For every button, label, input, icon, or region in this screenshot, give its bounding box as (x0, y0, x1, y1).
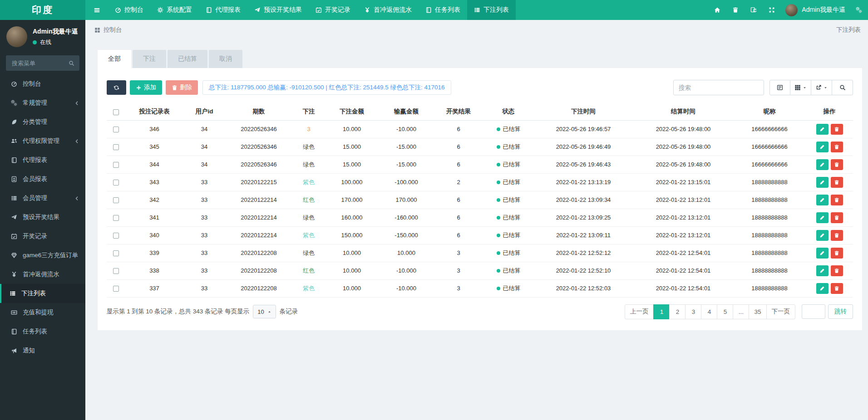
page-number-button[interactable]: 2 (669, 304, 686, 319)
row-checkbox[interactable] (113, 127, 119, 132)
sidebar-item[interactable]: 代理权限管理 (0, 132, 85, 151)
sidebar-search-input[interactable] (11, 59, 69, 67)
toggle-view-button[interactable] (769, 80, 790, 95)
top-nav-item[interactable]: 系统配置 (150, 0, 199, 20)
search-toggle-button[interactable] (832, 80, 853, 95)
add-button[interactable]: 添加 (130, 80, 162, 95)
sidebar-item[interactable]: 开奖记录 (0, 227, 85, 246)
edit-row-button[interactable] (816, 159, 829, 170)
top-nav-item[interactable]: 下注列表 (467, 0, 516, 20)
refresh-button[interactable] (107, 80, 126, 95)
top-nav-item[interactable]: 开奖记录 (309, 0, 357, 20)
jump-page-input[interactable] (802, 304, 825, 319)
top-nav-item[interactable]: 控制台 (108, 0, 150, 20)
column-header[interactable]: 下注金额 (325, 103, 379, 120)
navbar-action-button[interactable] (745, 0, 763, 20)
navbar-action-button[interactable] (708, 0, 726, 20)
sidebar-item[interactable]: 会员报表 (0, 170, 85, 189)
sidebar-item[interactable]: 常规管理 (0, 93, 85, 112)
row-checkbox[interactable] (113, 286, 119, 292)
sidebar-item[interactable]: 控制台 (0, 74, 85, 93)
column-header[interactable]: 输赢金额 (379, 103, 434, 120)
sidebar-item[interactable]: 预设开奖结果 (0, 208, 85, 227)
edit-row-button[interactable] (816, 142, 829, 152)
edit-row-button[interactable] (816, 248, 829, 259)
delete-row-button[interactable] (831, 159, 843, 170)
row-checkbox[interactable] (113, 197, 119, 203)
filter-tab[interactable]: 已结算 (168, 50, 207, 68)
sidebar-item[interactable]: 通知 (0, 341, 85, 360)
column-header[interactable]: 操作 (806, 103, 853, 120)
top-nav-item[interactable]: 首冲返佣流水 (357, 0, 419, 20)
column-header[interactable]: 用户id (184, 103, 225, 120)
delete-row-button[interactable] (831, 212, 843, 223)
breadcrumb-left[interactable]: 控制台 (104, 26, 122, 34)
top-nav-item[interactable]: 任务列表 (419, 0, 467, 20)
export-button[interactable] (811, 80, 832, 95)
delete-row-button[interactable] (831, 177, 843, 188)
page-number-button[interactable]: 3 (685, 304, 701, 319)
delete-button[interactable]: 删除 (166, 80, 198, 95)
edit-row-button[interactable] (816, 212, 829, 223)
filter-tab[interactable]: 取消 (209, 50, 242, 68)
top-nav-item[interactable]: 预设开奖结果 (247, 0, 309, 20)
jump-button[interactable]: 跳转 (828, 304, 853, 319)
column-header[interactable]: 期数 (225, 103, 293, 120)
table-search-input[interactable] (673, 80, 764, 95)
navbar-action-button[interactable] (763, 0, 781, 20)
page-size-select[interactable]: 10 (253, 305, 276, 318)
page-number-button[interactable]: 5 (717, 304, 733, 319)
filter-tab[interactable]: 下注 (133, 50, 166, 68)
search-icon[interactable] (69, 60, 74, 66)
page-number-button[interactable]: 1 (653, 304, 670, 319)
next-page-button[interactable]: 下一页 (766, 304, 796, 319)
columns-button[interactable] (790, 80, 811, 95)
edit-row-button[interactable] (816, 283, 829, 294)
sidebar-item[interactable]: 分类管理 (0, 112, 85, 132)
filter-tab[interactable]: 全部 (98, 50, 131, 68)
row-checkbox[interactable] (113, 144, 119, 150)
column-header[interactable]: 状态 (483, 103, 533, 120)
sidebar-item[interactable]: 下注列表 (0, 284, 85, 303)
row-checkbox[interactable] (113, 180, 119, 186)
sidebar-toggle-button[interactable] (85, 0, 108, 20)
column-header[interactable]: 投注记录表 (125, 103, 184, 120)
page-number-button[interactable]: 35 (749, 304, 766, 319)
brand-logo[interactable]: 印度 (0, 0, 85, 20)
select-all-checkbox[interactable] (113, 109, 119, 115)
column-header[interactable]: 下注 (293, 103, 325, 120)
edit-row-button[interactable] (816, 265, 829, 276)
row-checkbox[interactable] (113, 162, 119, 168)
row-checkbox[interactable] (113, 215, 119, 221)
edit-row-button[interactable] (816, 230, 829, 241)
sidebar-item[interactable]: game6三方充值订单 (0, 246, 85, 265)
user-menu[interactable]: Admin我最牛逼 (781, 0, 850, 20)
edit-row-button[interactable] (816, 195, 829, 205)
delete-row-button[interactable] (831, 283, 843, 294)
online-status[interactable]: 在线 (33, 39, 78, 46)
row-checkbox[interactable] (113, 250, 119, 256)
delete-row-button[interactable] (831, 265, 843, 276)
page-number-button[interactable]: 4 (701, 304, 717, 319)
sidebar-item[interactable]: 首冲返佣流水 (0, 265, 85, 284)
sidebar-item[interactable]: 充值和提现 (0, 303, 85, 322)
top-nav-item[interactable]: 代理报表 (199, 0, 247, 20)
column-header[interactable]: 昵称 (733, 103, 806, 120)
column-header[interactable]: 下注时间 (533, 103, 633, 120)
delete-row-button[interactable] (831, 195, 843, 205)
row-checkbox[interactable] (113, 233, 119, 239)
column-header[interactable]: 结算时间 (633, 103, 733, 120)
delete-row-button[interactable] (831, 230, 843, 241)
row-checkbox[interactable] (113, 268, 119, 274)
settings-button[interactable] (850, 0, 868, 20)
delete-row-button[interactable] (831, 124, 843, 135)
delete-row-button[interactable] (831, 248, 843, 259)
sidebar-item[interactable]: 任务列表 (0, 322, 85, 341)
page-number-button[interactable]: ... (733, 304, 749, 319)
sidebar-item[interactable]: 会员管理 (0, 189, 85, 208)
delete-row-button[interactable] (831, 142, 843, 152)
edit-row-button[interactable] (816, 177, 829, 188)
navbar-action-button[interactable] (726, 0, 745, 20)
column-header[interactable]: 开奖结果 (434, 103, 483, 120)
prev-page-button[interactable]: 上一页 (625, 304, 654, 319)
